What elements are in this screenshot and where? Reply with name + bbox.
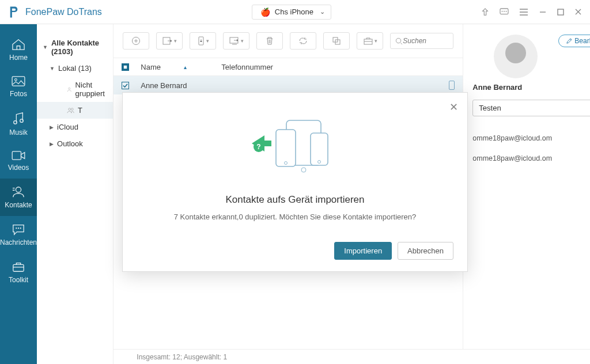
import-modal: ✕ ? Kontakte aufs Gerät importieren 7 Ko… xyxy=(122,92,468,272)
modal-description: 7 Kontakte erkannt,0 dupliziert. Möchten… xyxy=(137,213,453,221)
import-cancel-button[interactable]: Abbrechen xyxy=(398,242,453,260)
modal-overlay: ✕ ? Kontakte aufs Gerät importieren 7 Ko… xyxy=(0,0,590,364)
modal-buttons: Importieren Abbrechen xyxy=(137,242,453,260)
import-confirm-button[interactable]: Importieren xyxy=(334,242,392,260)
svg-rect-32 xyxy=(276,130,296,166)
modal-title: Kontakte aufs Gerät importieren xyxy=(137,194,453,206)
modal-close-button[interactable]: ✕ xyxy=(449,101,458,113)
svg-point-36 xyxy=(301,168,306,172)
import-graphic: ? xyxy=(137,116,453,179)
svg-text:?: ? xyxy=(256,143,260,151)
